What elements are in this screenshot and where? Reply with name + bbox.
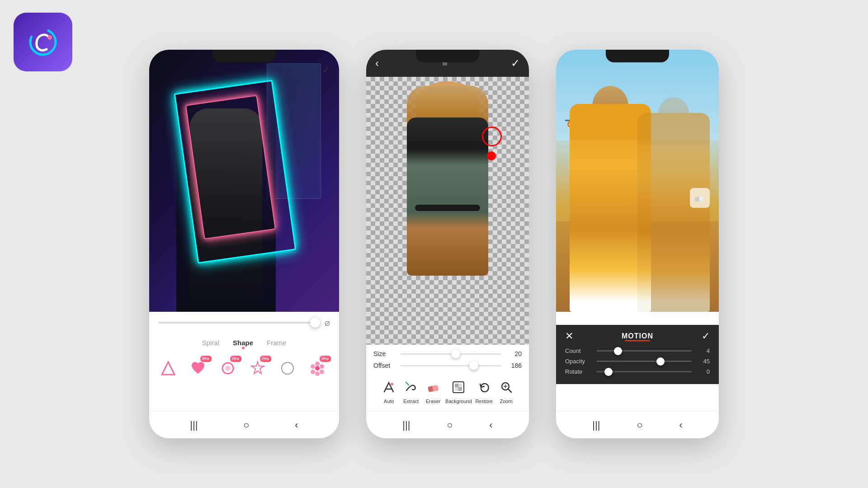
eraser-icon: [423, 377, 443, 397]
offset-label: Offset: [373, 362, 396, 369]
phone2-controls: Size 20 Offset 186: [366, 345, 529, 411]
svg-point-1: [47, 35, 52, 40]
phone2-check-icon[interactable]: ✓: [511, 57, 520, 70]
rotate-row: Rotate 0: [565, 368, 710, 375]
svg-point-10: [315, 371, 320, 376]
tab-shape[interactable]: Shape: [233, 337, 253, 348]
size-slider[interactable]: [401, 353, 501, 355]
app-icon[interactable]: [14, 13, 72, 71]
phone2-nav-bars[interactable]: |||: [402, 419, 410, 431]
svg-point-9: [320, 370, 324, 374]
phone3-confirm-btn[interactable]: ✓: [702, 330, 710, 342]
svg-marker-5: [251, 361, 264, 374]
svg-rect-19: [458, 384, 462, 387]
tool-extract-label: Extract: [403, 399, 419, 404]
phone3-notch: [606, 50, 669, 62]
rotate-slider-thumb[interactable]: [604, 368, 613, 376]
motion-title-underline: [625, 340, 650, 341]
shape-ring-pro-badge: Pro: [230, 356, 241, 362]
phone3-eraser-tool[interactable]: [690, 188, 710, 208]
rotate-label: Rotate: [565, 368, 592, 375]
offset-slider-thumb[interactable]: [469, 361, 478, 370]
phone-2: ‹ ✓: [366, 50, 529, 438]
phone1-notch: [212, 50, 276, 62]
shape-heart[interactable]: Pro: [186, 357, 210, 380]
phone2-bottom-nav: ||| ○ ‹: [366, 411, 529, 438]
opacity-slider-fill: [597, 361, 659, 362]
tool-eraser-label: Eraser: [426, 399, 440, 404]
phone3-nav-back[interactable]: ‹: [679, 419, 682, 431]
tool-background-label: Background: [445, 399, 472, 404]
phone1-bottom-nav: ||| ○ ‹: [149, 411, 339, 438]
count-value: 4: [696, 347, 710, 354]
size-slider-thumb[interactable]: [451, 349, 460, 358]
size-value: 20: [506, 350, 522, 357]
phone1-nav-back[interactable]: ‹: [295, 419, 298, 431]
phone3-screen: ✕ MOTION ✓ Count 4 Opa: [556, 50, 719, 411]
phone2-notch: [416, 50, 479, 62]
svg-marker-2: [162, 362, 175, 375]
offset-slider[interactable]: [401, 365, 501, 366]
svg-rect-16: [432, 385, 439, 391]
woman-ghost-hood: [637, 113, 710, 145]
tool-eraser[interactable]: Eraser: [423, 377, 443, 404]
phone2-nav-home[interactable]: ○: [447, 419, 453, 431]
svg-rect-18: [455, 384, 458, 387]
svg-point-7: [315, 361, 320, 366]
phone3-motion-panel: ✕ MOTION ✓ Count 4 Opa: [556, 325, 719, 384]
tool-restore[interactable]: Restore: [474, 377, 494, 404]
rotate-slider[interactable]: [597, 371, 692, 372]
phone3-panel-header: ✕ MOTION ✓: [565, 330, 710, 342]
shape-star[interactable]: Pro: [246, 357, 269, 380]
tab-spiral[interactable]: Spiral: [202, 337, 219, 348]
tool-restore-label: Restore: [475, 399, 493, 404]
count-label: Count: [565, 347, 592, 354]
phone2-image-area: [366, 77, 529, 352]
count-slider-thumb[interactable]: [614, 347, 622, 355]
count-slider-fill: [597, 350, 616, 352]
opacity-value: 45: [696, 358, 710, 365]
phone2-tools-row: Auto Extract: [373, 374, 522, 406]
svg-point-13: [315, 366, 320, 371]
count-slider[interactable]: [597, 350, 692, 352]
phone1-erase-icon[interactable]: ⌀: [325, 317, 330, 328]
phone1-nav-bars[interactable]: |||: [190, 419, 198, 431]
eraser-circle-indicator: [482, 127, 502, 146]
svg-point-12: [311, 364, 315, 369]
phone2-back-icon[interactable]: ‹: [375, 57, 379, 70]
phone3-nav-home[interactable]: ○: [637, 419, 642, 431]
motion-title-wrapper: MOTION: [622, 332, 653, 340]
eraser-dot-indicator: [487, 151, 496, 160]
phone1-checkmark[interactable]: ✓: [322, 64, 330, 76]
shape-triangle[interactable]: [156, 357, 180, 380]
rotate-value: 0: [696, 368, 710, 375]
shape-ring[interactable]: Pro: [216, 357, 240, 380]
tool-background[interactable]: Background: [445, 377, 472, 404]
offset-control-row: Offset 186: [373, 362, 522, 369]
shape-circle[interactable]: [276, 357, 299, 380]
phone1-slider-track[interactable]: [158, 322, 320, 324]
phone1-slider-thumb[interactable]: [310, 318, 320, 328]
phone-3: ✕ MOTION ✓ Count 4 Opa: [556, 50, 719, 438]
shape-flower-pro-badge: Pro: [320, 356, 331, 362]
phone1-slider-fill: [158, 322, 296, 324]
opacity-row: Opacity 45: [565, 358, 710, 365]
phone2-nav-back[interactable]: ‹: [489, 419, 492, 431]
phone3-close-btn[interactable]: ✕: [565, 330, 573, 342]
size-label: Size: [373, 350, 396, 357]
phone1-nav-home[interactable]: ○: [243, 419, 249, 431]
phone3-nav-bars[interactable]: |||: [592, 419, 600, 431]
tab-frame[interactable]: Frame: [267, 337, 286, 348]
shape-flower[interactable]: Pro: [306, 357, 329, 380]
woman-belt: [415, 205, 480, 211]
svg-point-4: [225, 366, 231, 371]
svg-rect-20: [455, 387, 458, 391]
opacity-slider-thumb[interactable]: [656, 357, 665, 366]
tool-auto[interactable]: Auto: [379, 377, 399, 404]
tool-extract[interactable]: Extract: [401, 377, 421, 404]
shape-star-pro-badge: Pro: [260, 356, 271, 362]
auto-icon: [379, 377, 399, 397]
tool-zoom[interactable]: Zoom: [496, 377, 516, 404]
opacity-slider[interactable]: [597, 361, 692, 362]
zoom-icon: [496, 377, 516, 397]
